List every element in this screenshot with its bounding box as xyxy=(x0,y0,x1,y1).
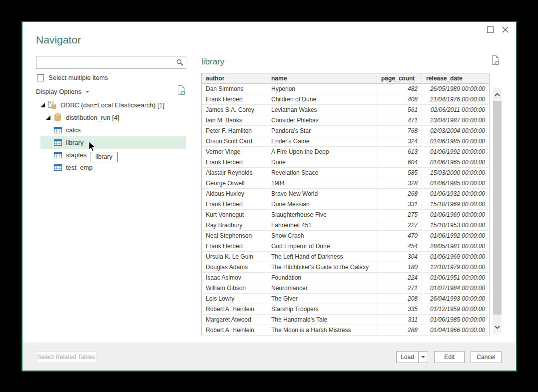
load-button[interactable]: Load xyxy=(396,351,418,363)
table-cell: Hyperion xyxy=(267,84,377,94)
table-cell: 01/06/1965 00:00:00 xyxy=(422,157,490,168)
expand-collapse-icon[interactable] xyxy=(46,115,51,120)
tree-item-library[interactable]: library xyxy=(40,136,186,149)
select-related-tables-button[interactable]: Select Related Tables xyxy=(36,351,96,363)
table-cell: 335 xyxy=(377,304,422,315)
table-cell: Frank Herbert xyxy=(202,94,267,105)
search-input[interactable] xyxy=(36,56,174,68)
table-cell: The Hitchhiker's Guide to the Galaxy xyxy=(267,262,377,273)
table-cell: 01/06/1992 00:00:00 xyxy=(422,147,490,157)
table-cell: Slaughterhouse-Five xyxy=(267,210,377,220)
scroll-up-icon[interactable] xyxy=(493,88,502,101)
table-cell: George Orwell xyxy=(202,178,267,189)
table-cell: The Left Hand of Darkness xyxy=(267,252,377,262)
table-cell: 331 xyxy=(377,199,422,210)
table-cell: 585 xyxy=(377,168,422,178)
table-cell: 275 xyxy=(377,210,422,220)
tree-item-odbc[interactable]: ODBC (dsn=Local Elasticsearch) [1] xyxy=(40,99,186,111)
select-multiple-checkbox[interactable] xyxy=(37,74,44,81)
table-row: Dan SimmonsHyperion48226/05/1989 00:00:0… xyxy=(202,84,490,94)
tree-item-test_emp[interactable]: test_emp xyxy=(40,161,186,174)
table-header-row: authornamepage_countrelease_date xyxy=(202,73,490,84)
table-icon xyxy=(53,163,62,172)
table-row: Douglas AdamsThe Hitchhiker's Guide to t… xyxy=(202,262,490,273)
table-cell: 471 xyxy=(377,115,422,126)
edit-button[interactable]: Edit xyxy=(434,351,465,363)
table-cell: Peter F. Hamilton xyxy=(202,126,267,136)
table-cell: Iain M. Banks xyxy=(202,115,267,126)
table-icon xyxy=(53,151,62,159)
table-cell: Frank Herbert xyxy=(202,157,267,168)
table-cell: Aldous Huxley xyxy=(202,189,267,199)
table-cell: 768 xyxy=(377,126,422,136)
tree-item-label: library xyxy=(66,139,83,146)
dialog-footer: Select Related Tables Load Edit Cancel xyxy=(22,343,516,371)
table-cell: 227 xyxy=(377,220,422,231)
table-cell: William Gibson xyxy=(202,283,267,294)
table-cell: James S.A. Corey xyxy=(202,105,267,115)
search-box xyxy=(36,56,186,69)
table-cell: 208 xyxy=(377,294,422,304)
table-cell: Robert A. Heinlein xyxy=(202,325,267,336)
table-cell: 21/04/1976 00:00:00 xyxy=(422,94,490,105)
table-row: Isaac AsimovFoundation22401/06/1951 00:0… xyxy=(202,273,490,283)
tree-item-calcs[interactable]: calcs xyxy=(40,124,186,136)
table-cell: Douglas Adams xyxy=(202,262,267,273)
navigator-dialog: Navigator Select multiple items Display … xyxy=(21,21,517,372)
table-cell: 01/06/1985 00:00:00 xyxy=(422,136,490,147)
scroll-down-icon[interactable] xyxy=(493,321,502,334)
table-cell: 01/06/1951 00:00:00 xyxy=(422,273,490,283)
odbc-server-icon xyxy=(48,101,56,109)
expand-collapse-icon[interactable] xyxy=(40,103,45,108)
table-cell: Leviathan Wakes xyxy=(267,105,377,115)
preview-title: library xyxy=(201,57,224,67)
table-cell: Dune Messiah xyxy=(267,199,377,210)
preview-table: authornamepage_countrelease_date Dan Sim… xyxy=(201,73,490,336)
column-header-author: author xyxy=(202,73,267,84)
table-row: Peter F. HamiltonPandora's Star76802/03/… xyxy=(202,126,490,136)
table-cell: 15/10/1969 00:00:00 xyxy=(422,199,490,210)
table-cell: 12/10/1979 00:00:00 xyxy=(422,262,490,273)
table-cell: Children of Dune xyxy=(267,94,377,105)
scrollbar-thumb[interactable] xyxy=(493,101,502,315)
table-row: Alastair ReynoldsRevelation Space58515/0… xyxy=(202,168,490,178)
table-cell: Neal Stephenson xyxy=(202,231,267,241)
table-cell: 224 xyxy=(377,273,422,283)
tree-item-label: staples xyxy=(66,151,86,159)
cancel-button[interactable]: Cancel xyxy=(471,351,502,363)
table-cell: 01/07/1984 00:00:00 xyxy=(422,283,490,294)
table-cell: God Emperor of Dune xyxy=(267,241,377,252)
table-cell: 02/06/2011 00:00:00 xyxy=(422,105,490,115)
table-cell: 01/06/1985 00:00:00 xyxy=(422,315,490,325)
tree-item-distribution_run[interactable]: distribution_run [4] xyxy=(40,111,186,124)
pane-divider xyxy=(195,55,195,333)
chevron-down-icon[interactable] xyxy=(85,91,89,93)
table-cell: 01/06/1969 00:00:00 xyxy=(422,210,490,220)
table-cell: 328 xyxy=(377,178,422,189)
table-cell: 180 xyxy=(377,262,422,273)
database-icon xyxy=(53,113,62,122)
table-cell: 01/12/1959 00:00:00 xyxy=(422,304,490,315)
maximize-icon[interactable] xyxy=(487,26,494,33)
refresh-table-icon[interactable] xyxy=(491,55,501,66)
table-cell: 15/03/2000 00:00:00 xyxy=(422,168,490,178)
desktop-background: { "window": { "maximize_label": "maximiz… xyxy=(0,0,538,392)
table-cell: Brave New World xyxy=(267,189,377,199)
refresh-preview-icon[interactable] xyxy=(177,85,186,98)
table-cell: The Moon is a Harsh Mistress xyxy=(267,325,377,336)
tree-item-label: distribution_run [4] xyxy=(66,114,119,121)
table-cell: 324 xyxy=(377,136,422,147)
table-cell: The Handmaid's Tale xyxy=(267,315,377,325)
table-cell: 01/06/1932 00:00:00 xyxy=(422,189,490,199)
display-options-dropdown[interactable]: Display Options xyxy=(36,88,81,95)
close-icon[interactable] xyxy=(502,26,509,33)
table-cell: 23/04/1987 00:00:00 xyxy=(422,115,490,126)
table-row: Frank HerbertGod Emperor of Dune45428/05… xyxy=(202,241,490,252)
table-cell: 604 xyxy=(377,157,422,168)
table-cell: 454 xyxy=(377,241,422,252)
load-dropdown-icon[interactable] xyxy=(418,351,428,363)
search-icon[interactable] xyxy=(174,59,186,66)
table-cell: Foundation xyxy=(267,273,377,283)
table-cell: Starship Troopers xyxy=(267,304,377,315)
table-cell: Ray Bradbury xyxy=(202,220,267,231)
